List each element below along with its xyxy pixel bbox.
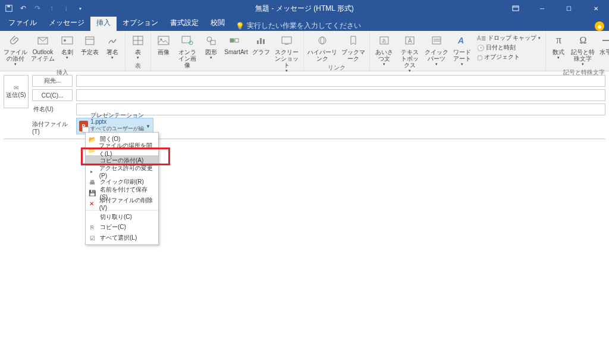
redo-button[interactable]: ↷ [31, 2, 44, 15]
close-button[interactable]: ✕ [582, 0, 609, 17]
svg-point-25 [319, 37, 326, 44]
textbox-button[interactable]: Aテキストボックス▾ [397, 32, 422, 74]
online-picture-button[interactable]: オンライン画像 [175, 32, 200, 70]
to-input[interactable] [76, 75, 605, 87]
bookmark-icon [345, 33, 362, 48]
calendar-button[interactable]: 予定表 [79, 32, 101, 57]
maximize-button[interactable]: ☐ [555, 0, 582, 17]
table-button[interactable]: 表▾ [128, 32, 148, 61]
save-icon: 💾 [88, 189, 96, 197]
equation-button[interactable]: π数式▾ [548, 32, 569, 61]
to-button[interactable]: 宛先... [32, 75, 73, 87]
save-button[interactable] [2, 2, 15, 15]
horizontal-icon [600, 33, 609, 48]
horizontal-button[interactable]: 水平線 [597, 32, 609, 57]
subject-input[interactable] [76, 103, 605, 115]
tab-file[interactable]: ファイル [2, 15, 43, 31]
quickparts-icon [428, 33, 445, 48]
ctx-copy[interactable]: ⎘コピー(C) [86, 222, 158, 233]
ctx-cut[interactable]: 切り取り(C) [86, 210, 158, 222]
picture-icon [155, 33, 172, 48]
cc-input[interactable] [76, 89, 605, 101]
screenshot-icon [278, 33, 295, 48]
smartart-button[interactable]: SmartArt [222, 32, 250, 57]
hyperlink-button[interactable]: ハイパーリンク [306, 32, 338, 63]
tab-format[interactable]: 書式設定 [164, 15, 205, 31]
equation-icon: π [550, 33, 567, 48]
datetime-button[interactable]: 🕒日付と時刻 [476, 43, 542, 52]
outlook-item-button[interactable]: Outlookアイテム [30, 32, 56, 63]
copy-attach-icon [88, 156, 96, 165]
bookmark-button[interactable]: ブックマーク [340, 32, 367, 63]
minimize-button[interactable]: ─ [529, 0, 555, 17]
attach-file-button[interactable]: ファイルの添付▾ [2, 32, 29, 68]
address-fields: 宛先... CC(C)... 件名(U) [32, 75, 605, 115]
signature-icon [104, 33, 121, 48]
attachment-filename: プレゼンテーション 1.pptx [90, 112, 150, 125]
group-label-table: 表 [128, 61, 148, 71]
svg-rect-7 [86, 37, 94, 45]
ctx-change-permission[interactable]: ▸アクセス許可の変更(P) [86, 166, 158, 177]
business-card-button[interactable]: 名刺▾ [57, 32, 77, 61]
tab-review[interactable]: 校閲 [205, 15, 231, 31]
svg-point-6 [64, 39, 66, 42]
svg-rect-21 [260, 38, 262, 44]
signature-button[interactable]: 署名▾ [102, 32, 123, 61]
svg-text:あ: あ [382, 38, 387, 43]
svg-point-26 [321, 37, 324, 44]
paperclip-icon [7, 33, 24, 48]
group-table: 表▾ 表 [125, 31, 151, 71]
object-button[interactable]: ▢オブジェクト [476, 52, 542, 62]
cc-button[interactable]: CC(C)... [32, 89, 73, 101]
tab-insert[interactable]: 挿入 [90, 15, 117, 31]
quick-access-toolbar: ↶ ↷ ↑ ↓ ▾ [0, 2, 87, 15]
object-icon: ▢ [477, 54, 482, 61]
attachment-context-menu: 📂開く(O) 📁ファイルの場所を開く(L) コピーの添付(A) ▸アクセス許可の… [85, 132, 159, 245]
quickparts-button[interactable]: クイック パーツ▾ [423, 32, 450, 68]
ribbon-display-button[interactable] [502, 0, 529, 17]
ctx-select-all[interactable]: ☑すべて選択(L) [86, 233, 158, 243]
group-insert: ファイルの添付▾ Outlookアイテム 名刺▾ 予定表 署名▾ 挿入 [0, 31, 125, 71]
tab-options[interactable]: オプション [117, 15, 164, 31]
undo-button[interactable]: ↶ [17, 2, 30, 15]
ctx-open-location[interactable]: 📁ファイルの場所を開く(L) [86, 145, 158, 155]
select-all-icon: ☑ [88, 234, 96, 242]
group-figure: 画像 オンライン画像 図形▾ SmartArt グラフ スクリーンショット▾ 図 [151, 31, 304, 71]
tell-me-search[interactable]: 💡 実行したい作業を入力してください [231, 21, 366, 31]
dropcap-button[interactable]: A≣ドロップ キャップ▾ [476, 33, 542, 43]
datetime-icon: 🕒 [477, 45, 484, 51]
svg-rect-2 [513, 6, 519, 11]
group-link: ハイパーリンク ブックマーク リンク [304, 31, 370, 71]
window-title: 無題 - メッセージ (HTML 形式) [255, 4, 354, 14]
screenshot-button[interactable]: スクリーンショット▾ [272, 32, 301, 74]
ctx-remove[interactable]: ✕添付ファイルの削除(V) [86, 198, 158, 209]
smartart-icon [228, 33, 244, 48]
tell-me-placeholder: 実行したい作業を入力してください [247, 21, 361, 31]
tab-message[interactable]: メッセージ [43, 15, 90, 31]
hyperlink-icon [314, 33, 331, 48]
qat-customize-button[interactable]: ▾ [74, 2, 87, 15]
touch-mode-button[interactable]: ↑ [45, 2, 58, 15]
table-icon [130, 33, 146, 48]
picture-button[interactable]: 画像 [153, 32, 174, 57]
wordart-button[interactable]: Aワードアート▾ [451, 32, 473, 68]
calendar-icon [81, 33, 98, 48]
chart-button[interactable]: グラフ [251, 32, 271, 57]
svg-rect-12 [158, 36, 169, 45]
printer-icon: 🖶 [88, 178, 96, 186]
group-label-link: リンク [306, 63, 367, 73]
dropcap-icon: A≣ [477, 35, 486, 42]
greeting-button[interactable]: ああいさつ文▾ [372, 32, 396, 68]
svg-rect-18 [230, 39, 234, 42]
ribbon: ファイルの添付▾ Outlookアイテム 名刺▾ 予定表 署名▾ 挿入 表▾ 表… [0, 31, 609, 71]
svg-rect-23 [282, 37, 291, 43]
help-icon[interactable]: ☻ [595, 21, 604, 31]
more-button[interactable]: ↓ [59, 2, 73, 15]
group-text: ああいさつ文▾ Aテキストボックス▾ クイック パーツ▾ Aワードアート▾ A≣… [370, 31, 546, 71]
shapes-button[interactable]: 図形▾ [201, 32, 221, 61]
powerpoint-icon: P [79, 121, 88, 131]
send-button[interactable]: ✉ 送信(S) [4, 75, 29, 108]
cut-icon [88, 213, 96, 221]
symbol-button[interactable]: Ω記号と特殊文字▾ [570, 32, 596, 68]
chevron-down-icon[interactable]: ▼ [146, 124, 150, 129]
